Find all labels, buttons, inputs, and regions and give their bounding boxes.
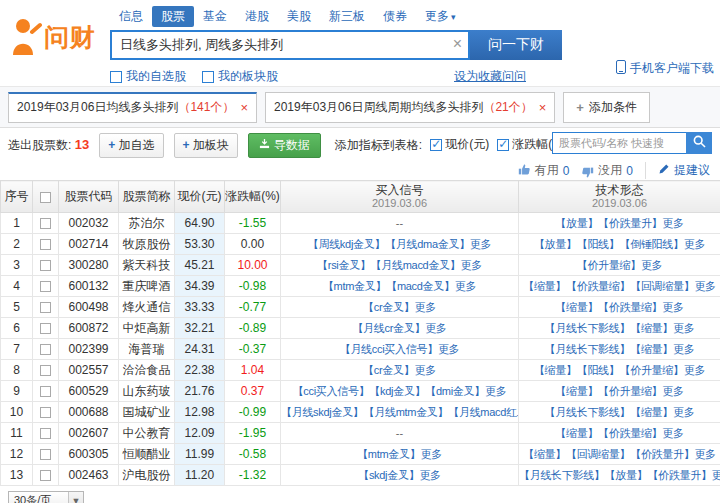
signal-links[interactable]: 【月线skdj金叉】【月线mtm金叉】【月线macd红二波】 xyxy=(281,406,519,418)
stock-name[interactable]: 重庆啤酒 xyxy=(119,276,175,297)
row-checkbox[interactable] xyxy=(40,344,51,355)
more-link[interactable]: 更多 xyxy=(662,217,683,229)
nav-item[interactable]: 新三板 xyxy=(320,6,374,27)
query-tab[interactable]: 2019年03月06日均线多头排列（141个）× xyxy=(8,92,257,123)
nav-item[interactable]: 信息 xyxy=(110,6,152,27)
more-link[interactable]: 更多 xyxy=(438,343,459,355)
export-data-button[interactable]: 导数据 xyxy=(248,133,321,158)
suggest-button[interactable]: 提建议 xyxy=(645,162,710,179)
checkbox-checked-icon[interactable] xyxy=(430,139,442,151)
more-link[interactable]: 更多 xyxy=(673,406,694,418)
signal-links[interactable]: 【缩量】【价跌量缩】 xyxy=(555,301,662,313)
header-change[interactable]: 涨跌幅(%) xyxy=(225,181,281,213)
nav-item[interactable]: 股票 xyxy=(152,6,194,27)
stock-code[interactable]: 600132 xyxy=(59,276,119,297)
header-name[interactable]: 股票简称 xyxy=(119,181,175,213)
header-code[interactable]: 股票代码 xyxy=(59,181,119,213)
stock-name[interactable]: 苏泊尔 xyxy=(119,213,175,234)
row-checkbox[interactable] xyxy=(40,260,51,271)
more-link[interactable]: 更多 xyxy=(684,364,705,376)
page-size-select[interactable]: 30条/页 ▼ xyxy=(8,491,84,503)
more-link[interactable]: 更多 xyxy=(419,469,440,481)
my-watchlist-toggle[interactable]: 我的自选股 xyxy=(110,68,186,85)
more-link[interactable]: 更多 xyxy=(485,385,506,397)
stock-name[interactable]: 中炬高新 xyxy=(119,318,175,339)
more-link[interactable]: 更多 xyxy=(455,280,476,292)
row-checkbox[interactable] xyxy=(40,365,51,376)
clear-search-icon[interactable]: × xyxy=(453,36,462,52)
stock-code[interactable]: 002032 xyxy=(59,213,119,234)
more-link[interactable]: 更多 xyxy=(662,427,683,439)
more-link[interactable]: 更多 xyxy=(694,280,715,292)
more-link[interactable]: 更多 xyxy=(414,364,435,376)
signal-links[interactable]: 【月线长下影线】【缩量】 xyxy=(545,343,673,355)
checkbox-icon[interactable] xyxy=(202,71,214,83)
stock-name[interactable]: 中公教育 xyxy=(119,423,175,444)
signal-links[interactable]: 【缩量】【价跌量缩】 xyxy=(555,427,662,439)
row-checkbox[interactable] xyxy=(40,386,51,397)
more-link[interactable]: 更多 xyxy=(673,322,694,334)
logo[interactable]: 问财 xyxy=(10,16,96,59)
row-checkbox[interactable] xyxy=(40,323,51,334)
stock-code[interactable]: 300280 xyxy=(59,255,119,276)
stock-name[interactable]: 牧原股份 xyxy=(119,234,175,255)
quick-search-input[interactable] xyxy=(552,132,686,154)
more-link[interactable]: 更多 xyxy=(414,301,435,313)
save-query-link[interactable]: 设为收藏问问 xyxy=(454,68,526,85)
row-checkbox[interactable] xyxy=(40,428,51,439)
row-checkbox[interactable] xyxy=(40,281,51,292)
row-checkbox[interactable] xyxy=(40,239,51,250)
close-icon[interactable]: × xyxy=(539,101,547,114)
stock-name[interactable]: 洽洽食品 xyxy=(119,360,175,381)
stock-name[interactable]: 紫天科技 xyxy=(119,255,175,276)
signal-links[interactable]: 【月线长下影线】【缩量】 xyxy=(545,322,673,334)
more-link[interactable]: 更多 xyxy=(673,343,694,355)
signal-links[interactable]: 【月线长下影线】【放量】【价跌量升】 xyxy=(519,469,712,481)
more-link[interactable]: 更多 xyxy=(712,469,720,481)
close-icon[interactable]: × xyxy=(240,101,248,114)
more-link[interactable]: 更多 xyxy=(641,259,662,271)
nav-item[interactable]: 债券 xyxy=(374,6,416,27)
signal-links[interactable]: 【cr金叉】 xyxy=(363,301,414,313)
signal-links[interactable]: 【缩量】【阳线】【价升量缩】 xyxy=(534,364,684,376)
signal-links[interactable]: 【价升量缩】 xyxy=(577,259,641,271)
stock-name[interactable]: 烽火通信 xyxy=(119,297,175,318)
row-checkbox[interactable] xyxy=(40,449,51,460)
indicator-toggle[interactable]: 现价(元) xyxy=(430,136,489,153)
select-all-checkbox[interactable] xyxy=(40,192,51,203)
signal-links[interactable]: 【mtm金叉】【macd金叉】 xyxy=(323,280,455,292)
checkbox-icon[interactable] xyxy=(110,71,122,83)
nav-item[interactable]: 美股 xyxy=(278,6,320,27)
signal-links[interactable]: 【rsi金叉】【月线macd金叉】 xyxy=(317,259,460,271)
more-link[interactable]: 更多 xyxy=(662,385,683,397)
search-submit-button[interactable]: 问一下财 xyxy=(470,30,562,60)
signal-links[interactable]: 【月线cci买入信号】 xyxy=(340,343,438,355)
row-checkbox[interactable] xyxy=(40,302,51,313)
checkbox-checked-icon[interactable] xyxy=(497,139,509,151)
stock-code[interactable]: 000688 xyxy=(59,402,119,423)
signal-links[interactable]: 【cr金叉】 xyxy=(363,364,414,376)
query-tab[interactable]: 2019年03月06日周线周期均线多头排列（21个）× xyxy=(265,92,555,123)
stock-name[interactable]: 山东药玻 xyxy=(119,381,175,402)
useless-button[interactable]: 没用 0 xyxy=(581,162,633,179)
stock-code[interactable]: 600498 xyxy=(59,297,119,318)
app-download-link[interactable]: 手机客户端下载 xyxy=(616,60,714,77)
nav-item[interactable]: 更多▾ xyxy=(416,6,465,27)
more-link[interactable]: 更多 xyxy=(470,238,491,250)
stock-code[interactable]: 002399 xyxy=(59,339,119,360)
more-link[interactable]: 更多 xyxy=(662,301,683,313)
more-link[interactable]: 更多 xyxy=(420,448,441,460)
signal-links[interactable]: 【月线长下影线】【缩量】 xyxy=(545,406,673,418)
stock-code[interactable]: 600872 xyxy=(59,318,119,339)
more-link[interactable]: 更多 xyxy=(694,448,715,460)
more-link[interactable]: 更多 xyxy=(461,259,482,271)
add-board-button[interactable]: + 加板块 xyxy=(174,133,238,158)
add-condition-button[interactable]: + 添加条件 xyxy=(563,92,650,123)
signal-links[interactable]: 【skdj金叉】 xyxy=(358,469,419,481)
signal-links[interactable]: 【缩量】【回调缩量】【价跌量升】 xyxy=(523,448,694,460)
stock-name[interactable]: 恒顺醋业 xyxy=(119,444,175,465)
row-checkbox[interactable] xyxy=(40,470,51,481)
signal-links[interactable]: 【放量】【价跌量升】 xyxy=(555,217,662,229)
stock-code[interactable]: 002557 xyxy=(59,360,119,381)
signal-links[interactable]: 【放量】【阳线】【倒锤阳线】 xyxy=(534,238,684,250)
